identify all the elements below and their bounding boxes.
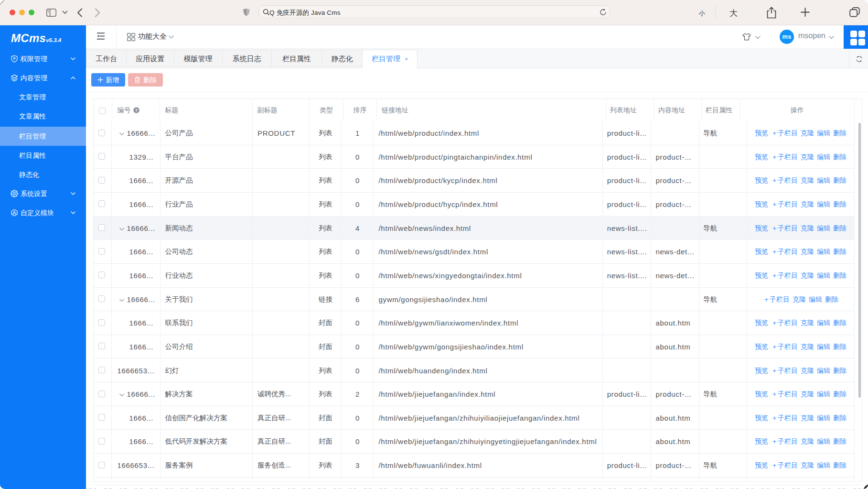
svg-text:?: ? xyxy=(135,108,138,113)
